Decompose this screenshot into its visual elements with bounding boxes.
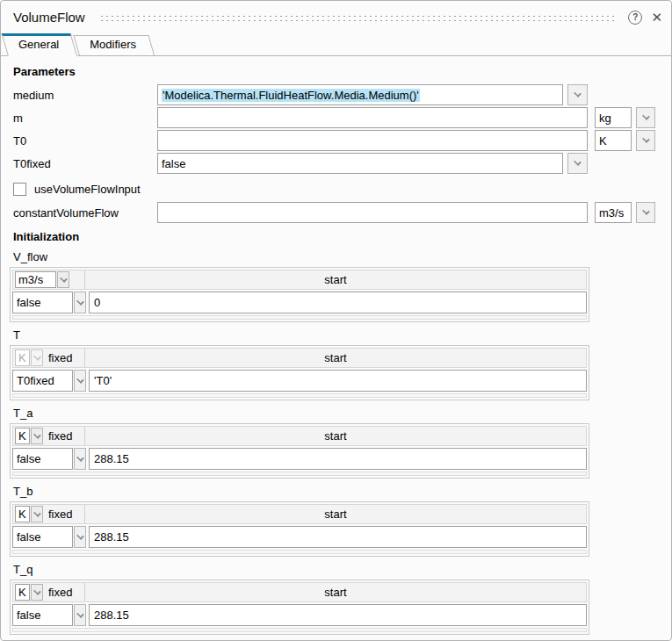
- chevron-down-icon: [33, 509, 41, 517]
- m-input[interactable]: [157, 107, 588, 128]
- vflow-unit-combobox[interactable]: m3/s: [15, 271, 69, 288]
- variable-name: V_flow: [13, 250, 671, 264]
- chevron-down-icon: [76, 610, 84, 618]
- vflow-fixed-dropdown-button[interactable]: [74, 292, 86, 313]
- vflow-unit-dropdown-button[interactable]: [57, 271, 69, 288]
- t-fixed-dropdown-button[interactable]: [74, 370, 86, 392]
- t0fixed-combobox[interactable]: false: [157, 153, 588, 174]
- tab-bar: General Modifiers: [1, 33, 671, 56]
- medium-row: medium 'Modelica.Thermal.FluidHeatFlow.M…: [13, 84, 671, 105]
- t0fixed-value[interactable]: false: [157, 153, 563, 174]
- m-unit-combobox[interactable]: kg: [595, 107, 656, 128]
- useVolumeFlowInput-label: useVolumeFlowInput: [34, 183, 141, 196]
- constantVolumeFlow-unit-combobox[interactable]: m3/s: [595, 202, 656, 223]
- fixed-column-header: fixed: [48, 429, 72, 443]
- ta-unit-dropdown-button[interactable]: [31, 428, 43, 444]
- ta-table-row: false: [12, 448, 587, 470]
- fixed-column-header: fixed: [48, 351, 72, 364]
- t-fixed-value[interactable]: T0fixed: [12, 370, 73, 392]
- start-column-header: start: [85, 429, 586, 443]
- help-icon[interactable]: ?: [628, 11, 642, 25]
- vflow-table: m3/s start false: [10, 267, 589, 322]
- start-column-header: start: [85, 351, 586, 364]
- ta-unit-combobox[interactable]: K: [15, 428, 43, 444]
- chevron-down-icon: [76, 532, 84, 540]
- tb-table: K fixed start false: [10, 501, 589, 557]
- close-icon[interactable]: ✕: [651, 11, 662, 24]
- m-unit-value[interactable]: kg: [595, 107, 632, 128]
- fixed-column-header: fixed: [48, 508, 72, 521]
- tq-start-input[interactable]: [89, 604, 587, 626]
- constantVolumeFlow-row: constantVolumeFlow m3/s: [13, 202, 671, 223]
- volumeflow-dialog: VolumeFlow ? ✕ General Modifiers Paramet…: [0, 0, 672, 641]
- chevron-down-icon: [76, 376, 84, 384]
- initialization-heading: Initialization: [13, 230, 671, 244]
- variable-name: T_q: [13, 563, 671, 577]
- tb-fixed-combobox[interactable]: false: [12, 526, 86, 548]
- start-column-header: start: [85, 508, 586, 521]
- tab-general[interactable]: General: [8, 33, 71, 56]
- ta-table-header: K fixed start: [12, 426, 587, 446]
- vflow-table-row: false: [12, 292, 587, 313]
- tq-table: K fixed start false: [10, 580, 589, 635]
- vflow-unit-value[interactable]: m3/s: [15, 271, 56, 288]
- tq-unit-combobox[interactable]: K: [15, 584, 43, 601]
- tq-table-header: K fixed start: [12, 582, 587, 602]
- vflow-start-input[interactable]: [89, 292, 587, 313]
- medium-value: 'Modelica.Thermal.FluidHeatFlow.Media.Me…: [162, 89, 420, 102]
- tq-fixed-combobox[interactable]: false: [12, 604, 86, 626]
- ta-unit-value[interactable]: K: [15, 428, 30, 444]
- constantVolumeFlow-unit-dropdown-button[interactable]: [636, 202, 655, 223]
- t0-row: T0 K: [13, 130, 671, 151]
- constantVolumeFlow-unit-value[interactable]: m3/s: [595, 202, 632, 223]
- tb-unit-combobox[interactable]: K: [15, 506, 43, 522]
- fixed-column-header: fixed: [48, 586, 72, 599]
- t0-unit-dropdown-button[interactable]: [636, 130, 655, 151]
- tq-unit-value[interactable]: K: [15, 584, 30, 601]
- tq-fixed-value[interactable]: false: [12, 604, 73, 626]
- ta-fixed-dropdown-button[interactable]: [74, 448, 86, 470]
- t-fixed-combobox[interactable]: T0fixed: [12, 370, 86, 392]
- medium-label: medium: [13, 89, 157, 102]
- vflow-fixed-value[interactable]: false: [12, 292, 73, 313]
- constantVolumeFlow-input[interactable]: [157, 202, 588, 223]
- tab-modifiers-label: Modifiers: [90, 38, 136, 51]
- useVolumeFlowInput-checkbox[interactable]: [13, 183, 26, 196]
- ta-start-input[interactable]: [89, 448, 587, 470]
- chevron-down-icon: [33, 353, 41, 361]
- medium-dropdown-button[interactable]: [567, 84, 588, 105]
- ta-fixed-combobox[interactable]: false: [12, 448, 86, 470]
- t-table-row: T0fixed: [12, 370, 587, 392]
- table-bottom-strip: [12, 393, 587, 398]
- chevron-down-icon: [642, 207, 650, 215]
- tb-fixed-dropdown-button[interactable]: [74, 526, 86, 548]
- tb-header-left: K fixed: [13, 505, 85, 523]
- ta-fixed-value[interactable]: false: [12, 448, 73, 470]
- parameters-heading: Parameters: [13, 65, 671, 79]
- tq-fixed-dropdown-button[interactable]: [74, 604, 86, 626]
- medium-field[interactable]: 'Modelica.Thermal.FluidHeatFlow.Media.Me…: [157, 84, 563, 105]
- m-unit-dropdown-button[interactable]: [636, 107, 655, 128]
- chevron-down-icon: [33, 587, 41, 595]
- tb-fixed-value[interactable]: false: [12, 526, 73, 548]
- t0-unit-value[interactable]: K: [595, 130, 632, 151]
- medium-combobox[interactable]: 'Modelica.Thermal.FluidHeatFlow.Media.Me…: [157, 84, 588, 105]
- t0fixed-dropdown-button[interactable]: [567, 153, 588, 174]
- t0-input[interactable]: [157, 130, 588, 151]
- t0fixed-row: T0fixed false: [13, 153, 671, 174]
- tq-unit-dropdown-button[interactable]: [31, 584, 43, 601]
- tq-table-row: false: [12, 604, 587, 626]
- table-bottom-strip: [12, 315, 587, 320]
- vflow-header-left: m3/s: [13, 270, 85, 289]
- tb-start-input[interactable]: [89, 526, 587, 548]
- vflow-fixed-combobox[interactable]: false: [12, 292, 86, 313]
- drag-handle[interactable]: [99, 14, 617, 22]
- t0-unit-combobox[interactable]: K: [595, 130, 656, 151]
- tab-modifiers[interactable]: Modifiers: [79, 35, 148, 55]
- t-start-input[interactable]: [89, 370, 587, 392]
- chevron-down-icon: [76, 298, 84, 306]
- t0fixed-label: T0fixed: [13, 157, 157, 170]
- table-bottom-strip: [12, 472, 587, 476]
- tb-unit-value[interactable]: K: [15, 506, 30, 522]
- tb-unit-dropdown-button[interactable]: [31, 506, 43, 522]
